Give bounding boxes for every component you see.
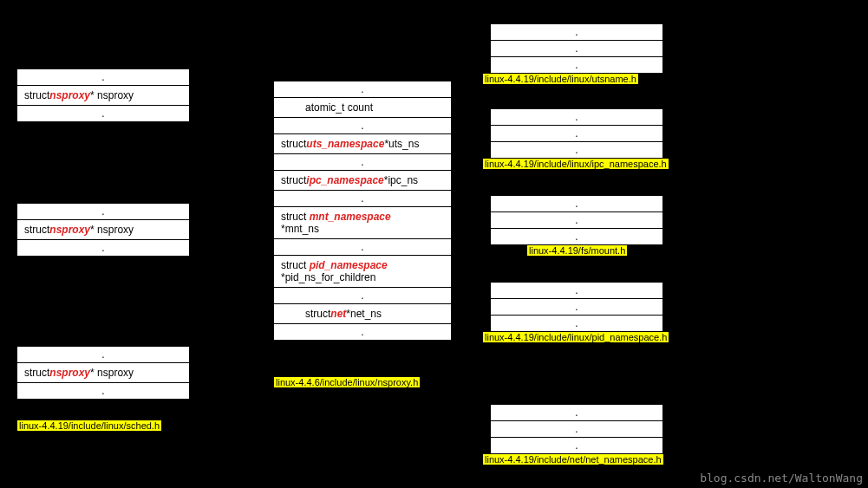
ellipsis: . [491,421,662,438]
arrow-task1-to-nsproxy [190,93,273,231]
svg-marker-6 [481,296,490,305]
uts-namespace-type: uts_namespace [306,138,384,150]
svg-marker-3 [481,39,490,48]
task-nsproxy-field: struct nsproxy * nsproxy [17,363,189,383]
sched-h-caption: linux-4.4.19/include/linux/sched.h [16,420,162,432]
ellipsis: . [274,81,451,98]
ellipsis: . [491,229,662,244]
count-field: atomic_t count [274,98,451,118]
ipc-namespace-type: ipc_namespace [306,174,383,186]
pid-namespace-type: pid_namespace [310,259,388,271]
ipc-namespace-h-caption: linux-4.4.19/include/linux/ipc_namespace… [482,158,669,170]
ellipsis: . [17,383,189,399]
mnt-namespace-type: mnt_namespace [310,211,391,223]
ellipsis: . [491,283,662,299]
ellipsis: . [491,126,662,142]
ellipsis: . [274,239,451,256]
nsproxy-struct-box: . atomic_t count . struct uts_namespace … [273,81,452,341]
svg-marker-1 [264,223,273,231]
nsproxy-type: nsproxy [49,367,90,379]
ellipsis: . [491,142,662,158]
task-struct-box-3: . struct nsproxy * nsproxy . [16,346,190,400]
arrow-task2-to-nsproxy [190,214,273,240]
uts-target-box: . . . [490,23,663,74]
arrow-task3-to-nsproxy [190,227,273,374]
arrow-pid [452,286,490,312]
nsproxy-type: nsproxy [49,89,90,101]
nsproxy-h-caption: linux-4.4.6/include/linux/nsproxy.h [273,376,421,388]
svg-marker-7 [481,419,490,427]
ellipsis: . [491,196,662,212]
ellipsis: . [491,299,662,316]
nsproxy-type: nsproxy [49,224,90,236]
svg-marker-2 [264,223,273,231]
svg-marker-5 [481,210,490,218]
arrow-mnt [452,214,490,249]
svg-marker-4 [481,123,490,132]
ipc-target-box: . . . [490,108,663,159]
net-type: net [330,308,346,320]
task-nsproxy-field: struct nsproxy * nsproxy [17,220,189,240]
mnt-field: struct mnt_namespace *mnt_ns [274,207,451,239]
uts-field: struct uts_namespace *uts_ns [274,134,451,154]
pid-field: struct pid_namespace *pid_ns_for_childre… [274,256,451,288]
mnt-target-box: . . . [490,195,663,245]
ipc-field: struct ipc_namespace *ipc_ns [274,171,451,191]
task-struct-box-1: . struct nsproxy * nsproxy . [16,68,190,122]
ellipsis: . [491,57,662,73]
arrow-uts [452,43,490,156]
ellipsis: . [17,69,189,86]
utsname-h-caption: linux-4.4.19/include/linux/utsname.h [482,73,639,85]
task-nsproxy-field: struct nsproxy * nsproxy [17,86,189,106]
mount-h-caption: linux-4.4.19/fs/mount.h [526,244,628,257]
ellipsis: . [274,288,451,304]
ellipsis: . [17,106,189,121]
net-target-box: . . . [490,404,663,454]
svg-marker-0 [264,210,273,218]
pid-namespace-h-caption: linux-4.4.19/include/linux/pid_namespace… [482,331,669,343]
ellipsis: . [491,109,662,126]
ellipsis: . [17,240,189,256]
net-field: struct net *net_ns [274,304,451,324]
ellipsis: . [491,41,662,57]
ellipsis: . [274,191,451,207]
ellipsis: . [491,24,662,41]
ellipsis: . [491,316,662,331]
ellipsis: . [491,438,662,453]
arrow-net [452,342,490,429]
task-struct-box-2: . struct nsproxy * nsproxy . [16,203,190,257]
pid-target-box: . . . [490,282,663,332]
watermark: blog.csdn.net/WaltonWang [700,472,863,485]
ellipsis: . [491,212,662,229]
ellipsis: . [17,204,189,220]
net-namespace-h-caption: linux-4.4.19/include/net/net_namespace.h [482,453,664,465]
ellipsis: . [491,405,662,421]
ellipsis: . [274,324,451,340]
ellipsis: . [17,347,189,363]
ellipsis: . [274,154,451,171]
ellipsis: . [274,118,451,134]
